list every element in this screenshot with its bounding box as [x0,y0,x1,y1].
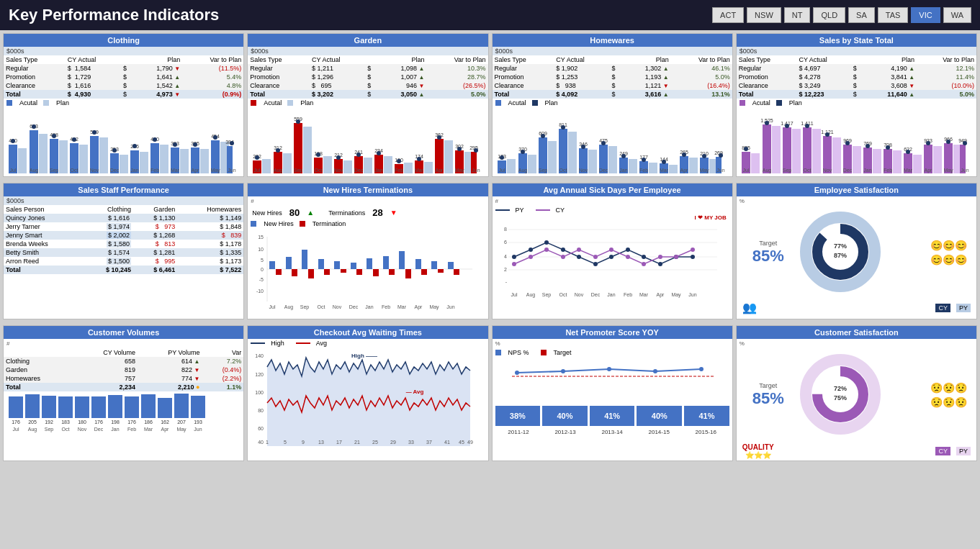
svg-text:9: 9 [302,440,305,445]
svg-text:Jul: Jul [742,168,749,173]
svg-text:Jul: Jul [498,168,505,173]
table-row: Arron Reed $ 1,500 $ 995 $ 1,173 [4,257,243,266]
svg-point-174 [682,153,686,157]
cust-legend: QUALITY⭐⭐⭐ CY PY [737,442,976,460]
svg-rect-246 [302,250,307,269]
svg-point-305 [577,248,581,252]
svg-text:Jun: Jun [228,168,235,173]
avg-label: Avg [316,340,327,347]
svg-text:140: 140 [256,353,264,358]
svg-text:Dec: Dec [349,304,359,309]
table-row-total: Total $ 10,245 $ 6,461 $ 7,522 [4,266,243,274]
sales-state-table: Sales Type CY Actual Plan Var to Plan Re… [737,55,976,99]
svg-point-307 [609,248,613,252]
terminations-total: 28 [372,207,382,218]
svg-rect-72 [343,160,352,173]
svg-text:77%: 77% [834,242,847,250]
svg-text:25: 25 [372,440,378,445]
svg-text:May: May [671,292,681,298]
smile-icons: 😊😊😊 [930,240,974,251]
nps-label: NPS % [508,349,529,356]
svg-rect-248 [334,261,340,269]
state-btn-vic[interactable]: VIC [911,7,940,23]
svg-rect-186 [803,127,812,173]
svg-text:Sep: Sep [538,168,547,173]
svg-rect-60 [262,159,271,173]
svg-point-387 [515,371,519,375]
svg-point-294 [593,262,598,266]
svg-rect-260 [341,269,346,273]
sales-state-legend: Acutal Plan [737,99,976,107]
state-btn-act[interactable]: ACT [712,7,744,23]
svg-text:Dec: Dec [110,168,120,173]
svg-rect-196 [873,149,881,173]
nps-tile-2: 40% [542,406,588,426]
svg-text:29: 29 [390,440,396,445]
svg-rect-143 [669,165,678,173]
svg-rect-257 [292,269,297,276]
svg-text:49: 49 [467,440,473,445]
svg-point-165 [500,155,504,160]
sales-state-chart: 835 1,525 1,417 1,411 1,121 969 769 [737,107,976,176]
table-row: Jerry Tarner $ 1,974 $ 973 $ 1,848 [4,222,243,231]
svg-point-169 [581,145,585,149]
svg-rect-263 [389,269,395,275]
svg-point-388 [561,369,565,373]
svg-text:Jan: Jan [111,427,119,432]
nps-dot [495,350,501,355]
sales-state-header: Sales by State Total [737,34,976,47]
cust-target-box: Target 85% [740,382,797,408]
state-btn-nsw[interactable]: NSW [747,7,781,23]
staff-panel: Sales Staff Performance $000s Sales Pers… [3,183,244,319]
svg-text:176: 176 [12,419,20,425]
svg-text:72%: 72% [834,385,847,392]
svg-point-390 [653,369,657,373]
sick-days-unit: # [493,196,732,206]
svg-text:-: - [505,279,507,284]
year-1: 2011-12 [508,429,529,435]
svg-text:45: 45 [459,440,464,445]
svg-point-53 [132,144,137,148]
svg-text:87%: 87% [834,252,847,259]
svg-text:May: May [176,427,186,432]
svg-rect-252 [399,251,405,269]
svg-text:100: 100 [256,390,264,395]
nps-year-labels: 2011-12 2012-13 2013-14 2014-15 2015-16 [493,427,732,437]
staff-header-row: Sales Person Clothing Garden Homewares [4,205,243,214]
table-header-row: Sales Type CY Actual Plan Var to Plan [4,55,243,64]
svg-point-110 [336,155,341,160]
table-row: Regular $ 1,902 $ 1,302 46.1% [493,64,732,73]
emp-donut-container: 77% 87% [797,209,930,296]
nps-line-chart [494,358,724,401]
svg-rect-349 [174,394,189,418]
table-row-total: Total $ 12,223 $ 11,640 5.0% [737,90,976,99]
cy-box: CY [935,304,950,312]
avg-line [296,342,310,344]
state-btn-nt[interactable]: NT [784,7,811,23]
emp-satisfaction-content: Target 85% 77% 87% 😊😊😊 😊😊😊 [737,206,976,299]
svg-rect-190 [832,137,841,173]
svg-point-308 [626,255,630,259]
svg-text:Sep: Sep [300,304,310,310]
sick-days-chart: 8 6 4 2 - [493,221,732,304]
svg-rect-178 [751,153,760,173]
plan-legend-dot [776,100,782,106]
state-btn-qld[interactable]: QLD [813,7,845,23]
svg-point-304 [561,255,565,259]
state-btn-tas[interactable]: TAS [878,7,909,23]
state-btn-wa[interactable]: WA [943,7,971,23]
py-box: PY [956,304,971,312]
svg-text:Jun: Jun [961,168,968,173]
svg-text:Mar: Mar [144,427,153,432]
svg-point-311 [674,255,678,259]
customer-vol-panel: Customer Volumes # CY Volume PY Volume V… [3,325,244,461]
cy-legend-box: CY [935,304,950,312]
hires-header: New Hires Terminations [248,183,487,196]
garden-table: Sales Type CY Actual Plan Var to Plan Re… [248,55,487,99]
hires-chart: 15 10 5 0 -5 -10 [248,228,487,319]
svg-rect-134 [608,146,617,173]
svg-point-225 [765,121,769,125]
table-row: Homewares 757 774 (2.2%) [4,374,243,383]
emp-target-label: Target [740,240,797,247]
state-btn-sa[interactable]: SA [848,7,875,23]
